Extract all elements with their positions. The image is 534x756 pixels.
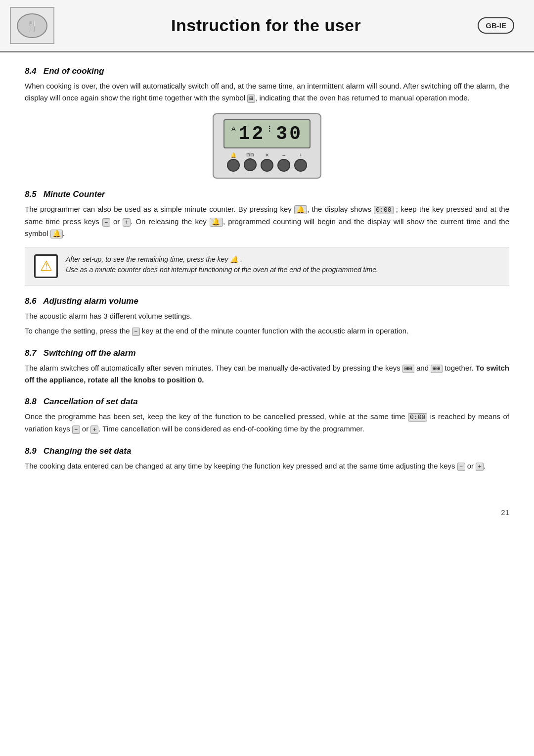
logo-icon: 🍴 [10,7,54,44]
section-8-6: 8.6 Adjusting alarm volume The acoustic … [25,296,509,337]
section-8-6-body-1: The acoustic alarm has 3 different volum… [25,310,509,322]
display-a-marker: A [231,125,238,133]
section-8-7-heading: 8.7 Switching off the alarm [25,348,509,358]
oven-display: A 12 ⋮ 30 🔔 ⊞⊞ ✕ [213,113,321,179]
zero-sym-1: 0:00 [374,206,393,214]
btn-minus-label: – [282,152,285,158]
section-8-8: 8.8 Cancellation of set data Once the pr… [25,397,509,435]
display-colon-sym: ⋮ [266,125,275,133]
section-8-9: 8.9 Changing the set data The cooking da… [25,446,509,472]
btn-group-bell: 🔔 [227,152,240,172]
btn-oven-label: ⊞⊞ [246,152,254,157]
plus-sym-3: + [476,463,484,471]
page-number: 21 [0,503,534,526]
btn-x [261,159,273,172]
display-time: 12 [239,123,266,144]
plus-sym-2: + [90,425,98,434]
section-8-8-heading: 8.8 Cancellation of set data [25,397,509,407]
btn-minus [277,159,290,172]
region-badge: GB-IE [478,17,514,34]
display-time-2: 30 [276,123,303,144]
btn-bell-label: 🔔 [230,152,236,158]
display-screen: A 12 ⋮ 30 [223,119,311,148]
warning-line-2: Use as a minute counter does not interru… [66,266,378,274]
section-8-5-heading: 8.5 Minute Counter [25,189,509,199]
minus-sym-1: – [102,218,110,227]
section-8-4-heading: 8.4 End of cooking [25,66,509,76]
section-8-7-body: The alarm switches off automatically aft… [25,362,509,386]
section-8-5: 8.5 Minute Counter The programmer can al… [25,189,509,285]
btn-group-x: ✕ [261,152,273,172]
section-8-4-body: When cooking is over, the oven will auto… [25,80,509,104]
svg-text:🍴: 🍴 [26,19,40,33]
section-8-8-body: Once the programme has been set, keep th… [25,411,509,435]
minus-sym-4: – [457,463,465,471]
btn-x-label: ✕ [265,152,269,158]
bell-symbol-2: 🔔 [210,218,223,227]
btn-plus [294,159,307,172]
warning-box: ⚠ After set-up, to see the remaining tim… [25,247,509,285]
section-8-6-body-2: To change the setting, press the – key a… [25,325,509,337]
warning-line-1: After set-up, to see the remaining time,… [66,255,242,263]
btn-group-oven: ⊞⊞ [244,152,257,171]
plus-sym-1: + [123,218,131,227]
btn-group-minus: – [277,152,290,172]
zero-sym-2: 0:00 [408,413,427,422]
display-image-container: A 12 ⋮ 30 🔔 ⊞⊞ ✕ [25,113,509,179]
section-8-7: 8.7 Switching off the alarm The alarm sw… [25,348,509,386]
section-8-9-heading: 8.9 Changing the set data [25,446,509,456]
warning-icon: ⚠ [34,254,58,278]
section-8-4: 8.4 End of cooking When cooking is over,… [25,66,509,179]
section-8-5-body: The programmer can also be used as a sim… [25,203,509,240]
minus-sym-2: – [132,328,140,336]
btn-oven [244,158,257,171]
oven-symbol: ⊞ [247,94,255,103]
display-buttons-row: 🔔 ⊞⊞ ✕ – + [227,152,307,172]
bell-symbol-1: 🔔 [294,205,307,214]
oven-sym-3: ⊞⊞ [431,365,443,373]
section-8-6-heading: 8.6 Adjusting alarm volume [25,296,509,306]
oven-sym-2: ⊞⊞ [402,365,414,373]
warning-text: After set-up, to see the remaining time,… [66,254,378,276]
minus-sym-3: – [72,425,80,434]
page-header: 🍴 Instruction for the user GB-IE [0,0,534,52]
btn-group-plus: + [294,152,307,172]
main-content: 8.4 End of cooking When cooking is over,… [0,52,534,503]
section-8-9-body: The cooking data entered can be changed … [25,460,509,472]
btn-plus-label: + [299,152,302,158]
page-title: Instruction for the user [54,16,478,35]
btn-bell [227,159,240,172]
bell-symbol-3: 🔔 [50,230,63,238]
